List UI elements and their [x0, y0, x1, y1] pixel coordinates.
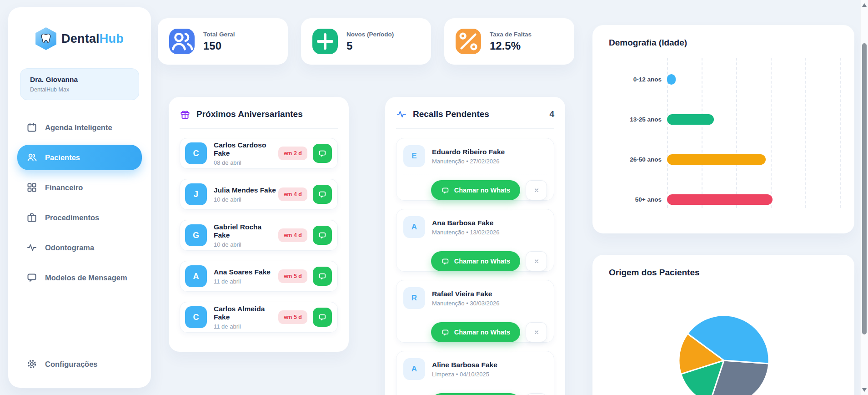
sidebar-item-financeiro[interactable]: Financeiro: [17, 175, 142, 200]
chamar-no-whats-button[interactable]: Chamar no Whats: [431, 180, 520, 200]
demografia-panel: Demografia (Idade) 0-12 anos13-25 anos26…: [592, 25, 854, 233]
chat-icon: [318, 231, 327, 240]
bar-category-label: 13-25 anos: [609, 116, 662, 123]
bar-row: 26-50 anos: [609, 154, 838, 165]
sidebar-item-label: Procedimentos: [45, 213, 99, 222]
sidebar-item-label: Modelos de Mensagem: [45, 273, 127, 282]
bar-category-label: 26-50 anos: [609, 156, 662, 163]
whatsapp-chat-button[interactable]: [313, 267, 332, 286]
users-icon: [26, 152, 37, 163]
chamar-no-whats-button[interactable]: Chamar no Whats: [431, 393, 520, 395]
avatar: J: [185, 183, 207, 205]
user-name: Dra. Giovanna: [30, 76, 129, 84]
dismiss-recall-button[interactable]: [526, 322, 547, 342]
avatar: C: [185, 142, 207, 164]
scrollbar-up-arrow-icon[interactable]: [862, 3, 867, 7]
recall-detail: Limpeza • 04/10/2025: [432, 371, 497, 378]
sidebar-item-label: Configurações: [45, 360, 98, 369]
birthday-date: 11 de abril: [214, 323, 278, 330]
tooth-logo-icon: [35, 27, 56, 50]
gift-icon: [180, 109, 191, 120]
bar: [667, 154, 766, 165]
sidebar-item-label: Agenda Inteligente: [45, 123, 112, 132]
recall-detail: Manutenção • 30/03/2026: [432, 300, 499, 307]
birthday-row: AAna Soares Fake11 de abrilem 5 d: [180, 261, 338, 292]
avatar: A: [403, 358, 425, 380]
plus-icon: [312, 29, 338, 54]
pulse-icon: [396, 109, 407, 120]
activity-icon: [26, 242, 37, 253]
birthday-row: CCarlos Cardoso Fake08 de abrilem 2 d: [180, 138, 338, 169]
age-bar-chart: 0-12 anos13-25 anos26-50 anos50+ anos: [609, 58, 838, 217]
recalls-panel: Recalls Pendentes 4 EEduardo Ribeiro Fak…: [385, 97, 565, 395]
stat-label: Novos (Período): [346, 31, 394, 38]
whatsapp-chat-button[interactable]: [313, 144, 332, 163]
patient-name: Ana Barbosa Fake: [432, 219, 499, 227]
dismiss-recall-button[interactable]: [526, 251, 547, 271]
sidebar-item-pacientes[interactable]: Pacientes: [17, 145, 142, 170]
close-icon: [533, 187, 540, 194]
sidebar-item-agenda-inteligente[interactable]: Agenda Inteligente: [17, 115, 142, 140]
recall-card: RRafael Vieira FakeManutenção • 30/03/20…: [396, 280, 554, 343]
birthday-row: JJulia Mendes Fake10 de abrilem 4 d: [180, 179, 338, 210]
bar: [667, 194, 773, 205]
birthday-date: 08 de abril: [214, 159, 278, 166]
bar-category-label: 0-12 anos: [609, 76, 662, 83]
bar-row: 13-25 anos: [609, 114, 838, 125]
chat-icon: [318, 149, 327, 158]
dismiss-recall-button[interactable]: [526, 393, 547, 395]
birthday-date: 10 de abril: [214, 196, 276, 203]
demografia-title: Demografia (Idade): [609, 38, 838, 48]
bar-category-label: 50+ anos: [609, 196, 662, 203]
stat-label: Taxa de Faltas: [490, 31, 532, 38]
user-card: Dra. Giovanna DentalHub Max: [20, 68, 139, 100]
patient-name: Carlos Almeida Fake: [214, 305, 278, 321]
dismiss-recall-button[interactable]: [526, 180, 547, 200]
origin-pie-chart: [592, 255, 854, 395]
avatar: A: [403, 216, 425, 238]
birthday-row: CCarlos Almeida Fake11 de abrilem 5 d: [180, 302, 338, 333]
stat-value: 12.5%: [490, 40, 532, 52]
scrollbar-thumb[interactable]: [862, 43, 867, 334]
days-left-badge: em 5 d: [278, 269, 307, 283]
whatsapp-chat-button[interactable]: [313, 185, 332, 204]
bar-row: 0-12 anos: [609, 74, 838, 85]
stat-value: 5: [346, 40, 394, 52]
chat-icon: [441, 186, 450, 195]
birthdays-title: Próximos Aniversariantes: [196, 109, 303, 119]
sidebar-item-procedimentos[interactable]: Procedimentos: [17, 205, 142, 230]
logo: DentalHub: [8, 27, 151, 50]
avatar: G: [185, 224, 207, 246]
scrollbar-down-arrow-icon[interactable]: [862, 388, 867, 392]
users-icon: [169, 29, 195, 54]
close-icon: [533, 329, 540, 336]
patient-name: Julia Mendes Fake: [214, 186, 276, 194]
avatar: E: [403, 145, 425, 167]
chat-icon: [318, 190, 327, 199]
brand-title: DentalHub: [61, 32, 124, 46]
grid-icon: [26, 182, 37, 193]
chamar-no-whats-button[interactable]: Chamar no Whats: [431, 322, 520, 342]
whatsapp-chat-button[interactable]: [313, 226, 332, 245]
briefcase-icon: [26, 212, 37, 223]
recall-detail: Manutenção • 13/02/2026: [432, 229, 499, 236]
sidebar-item-configuracoes[interactable]: Configurações: [17, 351, 142, 377]
gear-icon: [26, 359, 37, 370]
dentalhub-dashboard: DentalHub Dra. Giovanna DentalHub Max Ag…: [0, 0, 868, 395]
sidebar-item-label: Financeiro: [45, 183, 83, 192]
patient-name: Carlos Cardoso Fake: [214, 141, 278, 157]
birthdays-panel: Próximos Aniversariantes CCarlos Cardoso…: [169, 97, 349, 352]
patient-name: Gabriel Rocha Fake: [214, 223, 278, 239]
bar-row: 50+ anos: [609, 194, 838, 205]
sidebar-item-modelos-de-mensagem[interactable]: Modelos de Mensagem: [17, 265, 142, 290]
chamar-no-whats-button[interactable]: Chamar no Whats: [431, 251, 520, 271]
sidebar-nav: Agenda InteligentePacientesFinanceiroPro…: [8, 115, 151, 290]
page-scrollbar: [860, 0, 868, 395]
avatar: R: [403, 287, 425, 309]
days-left-badge: em 2 d: [278, 147, 307, 160]
sidebar-item-label: Odontograma: [45, 243, 94, 252]
whatsapp-chat-button[interactable]: [313, 308, 332, 327]
avatar: C: [185, 306, 207, 328]
birthday-row: GGabriel Rocha Fake10 de abrilem 4 d: [180, 220, 338, 251]
sidebar-item-odontograma[interactable]: Odontograma: [17, 235, 142, 260]
